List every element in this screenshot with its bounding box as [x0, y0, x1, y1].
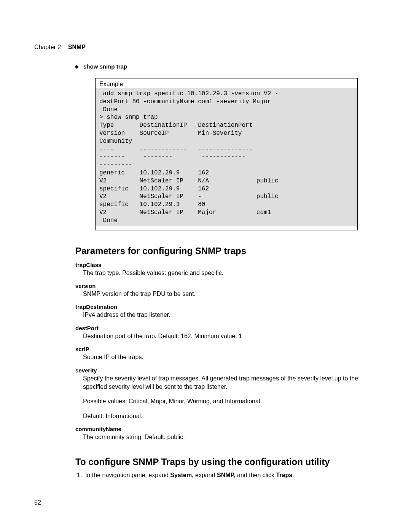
param-desc-scrip: Source IP of the traps.	[83, 353, 365, 361]
param-desc-trapdestination: IPv4 address of the trap listener.	[83, 311, 365, 319]
bullet-command: show snmp trap	[75, 63, 365, 70]
param-name-communityname: communityName	[75, 426, 365, 432]
example-box: Example add snmp trap specific 10.102.29…	[95, 78, 358, 230]
param-desc-communityname: The community string. Default: public.	[83, 433, 365, 441]
param-desc-severity: Specify the severity level of trap messa…	[83, 374, 365, 421]
step-bold-snmp: SNMP,	[217, 472, 236, 478]
param-name-version: version	[75, 283, 365, 289]
step-1: 1.In the navigation pane, expand System,…	[77, 472, 365, 479]
step-text-2: expand	[194, 472, 217, 478]
step-text-3: and then click	[236, 472, 276, 478]
step-text-1: In the navigation pane, expand	[85, 472, 170, 478]
step-bold-traps: Traps	[276, 472, 292, 478]
severity-desc-2: Possible values: Critical, Major, Minor,…	[83, 397, 365, 406]
param-name-scrip: scrIP	[75, 346, 365, 352]
bullet-label: show snmp trap	[83, 63, 127, 70]
chapter-title: SNMP	[68, 44, 86, 50]
step-number: 1.	[77, 472, 85, 479]
param-name-trapclass: trapClass	[75, 262, 365, 268]
code-block: add snmp trap specific 10.102.29.3 -vers…	[96, 88, 357, 226]
page-header: Chapter 2 SNMP	[34, 44, 377, 53]
severity-desc-1: Specify the severity level of trap messa…	[83, 374, 365, 391]
param-name-destport: destPort	[75, 325, 365, 331]
param-desc-version: SNMP version of the trap PDU to be sent.	[83, 290, 365, 298]
param-desc-destport: Destination port of the trap. Default: 1…	[83, 332, 365, 340]
step-bold-system: System,	[170, 472, 193, 478]
param-name-severity: severity	[75, 367, 365, 374]
diamond-bullet-icon	[75, 65, 79, 69]
section-heading-configure: To configure SNMP Traps by using the con…	[75, 457, 365, 467]
param-desc-trapclass: The trap type. Possible values: generic …	[83, 269, 365, 277]
chapter-number: Chapter 2	[34, 44, 61, 50]
param-name-trapdestination: trapDestination	[75, 304, 365, 310]
page-number: 52	[34, 499, 41, 506]
severity-desc-3: Default: Informational.	[83, 412, 365, 420]
section-heading-parameters: Parameters for configuring SNMP traps	[75, 246, 365, 256]
example-label: Example	[96, 78, 357, 88]
step-text-4: .	[292, 472, 294, 478]
